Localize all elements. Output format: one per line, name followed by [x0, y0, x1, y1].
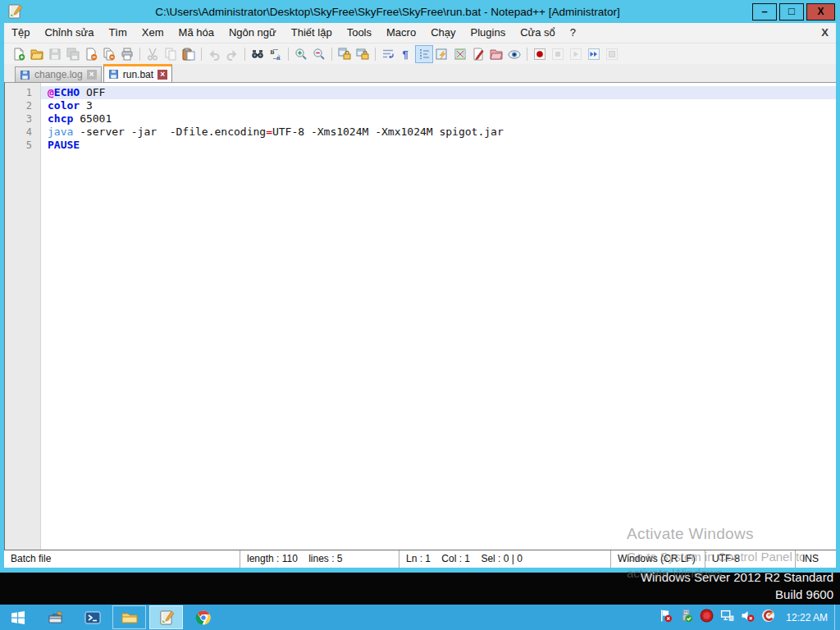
copy-button[interactable]: [162, 45, 180, 63]
menu-help[interactable]: ?: [563, 26, 583, 39]
show-desktop-button[interactable]: [834, 605, 840, 630]
line-number: 4: [5, 126, 40, 139]
toolbar: ba¶: [4, 43, 836, 64]
toolbar-separator: [375, 48, 376, 61]
status-encoding: UTF-8: [705, 550, 796, 568]
sync-horizontal-scroll-button[interactable]: [354, 45, 372, 63]
menu-settings[interactable]: Thiết lập: [284, 26, 340, 39]
status-eol-format: Windows (CR LF): [611, 550, 705, 568]
tab-bar: change.log×run.bat×: [4, 64, 836, 82]
show-all-characters-button[interactable]: ¶: [397, 45, 415, 63]
line-number: 3: [5, 112, 40, 126]
menu-encoding[interactable]: Mã hóa: [171, 26, 221, 39]
menu-macro[interactable]: Macro: [379, 26, 423, 39]
taskbar-start-button[interactable]: [3, 605, 33, 629]
maximize-button[interactable]: □: [779, 3, 804, 21]
menu-tools[interactable]: Tools: [340, 26, 379, 39]
replace-button[interactable]: ba: [267, 45, 285, 63]
save-file-button[interactable]: [46, 45, 64, 63]
code-line-3: chcp 65001: [41, 112, 836, 126]
macro-stop-button[interactable]: [549, 45, 567, 63]
saved-file-icon: [20, 70, 30, 80]
tab-close-icon[interactable]: ×: [158, 70, 167, 80]
toolbar-separator: [288, 48, 289, 61]
menu-search[interactable]: Tìm: [101, 26, 134, 39]
new-file-button[interactable]: [10, 45, 28, 63]
menu-edit[interactable]: Chỉnh sửa: [37, 26, 101, 39]
action-center-tray-icon[interactable]: [659, 609, 673, 623]
code-line-1: @ECHO OFF: [41, 86, 836, 99]
macro-play-button[interactable]: [567, 45, 585, 63]
project-panel-button[interactable]: [487, 45, 505, 63]
menu-language[interactable]: Ngôn ngữ: [221, 26, 284, 39]
status-length-lines: length : 110 lines : 5: [240, 550, 399, 568]
menu-view[interactable]: Xem: [135, 26, 171, 39]
hardware-remove-tray-icon[interactable]: [679, 609, 693, 623]
doc-switcher-button[interactable]: [505, 45, 523, 63]
status-insert-mode: INS: [796, 550, 836, 568]
menu-file[interactable]: Tệp: [4, 26, 37, 39]
menubar: TệpChỉnh sửaTìmXemMã hóaNgôn ngữThiết lậ…: [4, 23, 836, 43]
menu-window[interactable]: Cửa sổ: [513, 26, 563, 39]
find-button[interactable]: [249, 45, 267, 63]
titlebar[interactable]: C:\Users\Administrator\Desktop\SkyFree\S…: [0, 0, 840, 23]
close-file-button[interactable]: [82, 45, 100, 63]
toolbar-separator: [331, 48, 332, 61]
code-line-2: color 3: [41, 99, 836, 112]
code-area[interactable]: @ECHO OFFcolor 3chcp 65001java -server -…: [41, 83, 836, 550]
tab-close-icon[interactable]: ×: [87, 70, 97, 80]
tab-label: change.log: [34, 69, 83, 80]
sync-vertical-scroll-button[interactable]: [336, 45, 354, 63]
line-number-gutter: 12345: [5, 83, 41, 550]
menubar-close-button[interactable]: X: [821, 23, 829, 43]
show-indent-guide-button[interactable]: [415, 45, 433, 63]
window-controls: – □ X: [752, 3, 835, 21]
taskbar-chrome-button[interactable]: [186, 605, 220, 629]
cut-button[interactable]: [144, 45, 162, 63]
ccleaner-tray-icon[interactable]: [761, 609, 775, 623]
zoom-in-button[interactable]: [292, 45, 310, 63]
status-cursor-position: Ln : 1 Col : 1 Sel : 0 | 0: [399, 550, 611, 568]
macro-save-button[interactable]: [603, 45, 621, 63]
taskbar-server-manager-button[interactable]: [39, 605, 72, 629]
taskbar-file-explorer-button[interactable]: [112, 605, 146, 629]
function-list-button[interactable]: [433, 45, 451, 63]
document-map-button[interactable]: [451, 45, 469, 63]
open-file-button[interactable]: [28, 45, 46, 63]
status-doc-type: Batch file: [4, 550, 240, 568]
menu-plugins[interactable]: Plugins: [463, 26, 514, 39]
taskbar-powershell-button[interactable]: [75, 605, 109, 629]
system-tray: [655, 609, 778, 626]
taskbar-clock[interactable]: 12:22 AM: [778, 612, 834, 623]
security-shield-tray-icon[interactable]: [700, 609, 714, 623]
close-button[interactable]: X: [806, 3, 835, 21]
zoom-out-button[interactable]: [310, 45, 328, 63]
macro-run-multiple-button[interactable]: [585, 45, 603, 63]
menu-items: TệpChỉnh sửaTìmXemMã hóaNgôn ngữThiết lậ…: [4, 23, 583, 43]
tab-change-log[interactable]: change.log×: [15, 66, 102, 82]
macro-record-button[interactable]: [531, 45, 549, 63]
os-version-text: Windows Server 2012 R2 Standard Build 96…: [641, 570, 833, 601]
print-button[interactable]: [118, 45, 136, 63]
redo-button[interactable]: [223, 45, 241, 63]
menu-run[interactable]: Chạy: [423, 26, 463, 39]
word-wrap-button[interactable]: [379, 45, 397, 63]
undo-button[interactable]: [205, 45, 223, 63]
tab-run-bat[interactable]: run.bat×: [103, 64, 172, 82]
volume-muted-tray-icon[interactable]: [741, 609, 755, 623]
editor[interactable]: 12345 @ECHO OFFcolor 3chcp 65001java -se…: [4, 82, 836, 550]
code-line-5: PAUSE: [41, 139, 836, 152]
taskbar-notepad-plus-plus-button[interactable]: [149, 605, 183, 629]
paste-button[interactable]: [180, 45, 198, 63]
notepad-plus-plus-icon[interactable]: [7, 3, 23, 20]
code-line-4: java -server -jar -Dfile.encoding=UTF-8 …: [41, 126, 836, 139]
os-build: Build 9600: [641, 587, 833, 601]
svg-text:¶: ¶: [403, 48, 409, 61]
network-tray-icon[interactable]: [720, 609, 734, 623]
close-all-button[interactable]: [100, 45, 118, 63]
toolbar-separator: [201, 48, 202, 61]
document-monitor-button[interactable]: [469, 45, 487, 63]
toolbar-separator: [527, 48, 527, 61]
save-all-button[interactable]: [64, 45, 82, 63]
minimize-button[interactable]: –: [752, 3, 777, 21]
